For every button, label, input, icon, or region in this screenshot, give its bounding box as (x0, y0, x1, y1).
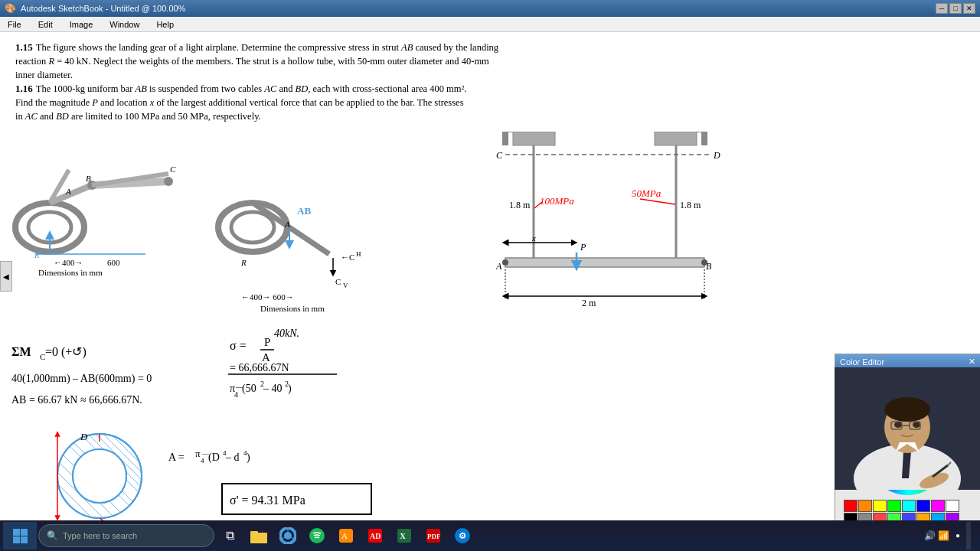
swatch-white[interactable] (946, 500, 959, 512)
swatch-amber[interactable] (916, 513, 930, 520)
menu-window[interactable]: Window (105, 20, 144, 29)
app4-button[interactable]: A (332, 522, 360, 549)
search-placeholder: Type here to search (63, 531, 137, 540)
svg-text:Dimensions in mm: Dimensions in mm (260, 304, 325, 313)
swatch-royal[interactable] (902, 513, 916, 520)
collapse-panel-button[interactable]: ◀ (0, 261, 12, 292)
svg-text:H: H (356, 250, 361, 258)
svg-text:AD: AD (370, 532, 381, 540)
file-explorer-icon (250, 527, 268, 544)
bar-suspension-svg: C D 100MPa 50MPa 1.8 m 1.8 m A B x P (490, 132, 934, 338)
svg-text:V: V (343, 282, 348, 289)
color-editor-close[interactable]: ✕ (969, 357, 975, 367)
svg-text:D: D (713, 150, 720, 161)
file-explorer-button[interactable] (245, 522, 273, 549)
svg-text:100MPa: 100MPa (540, 195, 574, 207)
svg-rect-141 (21, 536, 28, 543)
svg-rect-140 (13, 536, 20, 543)
person-svg (835, 367, 980, 490)
start-button[interactable] (3, 522, 37, 549)
svg-text:): ) (288, 383, 292, 395)
menu-edit[interactable]: Edit (34, 20, 57, 29)
pdf-button[interactable]: PDF (420, 522, 447, 549)
svg-text:P: P (264, 336, 270, 348)
svg-rect-33 (513, 132, 555, 145)
menu-file[interactable]: File (3, 20, 26, 29)
minimize-button[interactable]: ─ (936, 3, 948, 14)
webcam-overlay (835, 367, 980, 490)
swatch-red[interactable] (844, 500, 858, 512)
svg-text:x: x (531, 233, 536, 243)
swatch-black[interactable] (844, 513, 858, 520)
close-button[interactable]: ✕ (963, 3, 975, 14)
titlebar-controls: ─ □ ✕ (936, 3, 975, 14)
swatch-blue[interactable] (916, 500, 930, 512)
problem1-body: The figure shows the landing gear of a l… (15, 42, 498, 80)
swatch-orange[interactable] (858, 500, 872, 512)
svg-text:AB: AB (297, 205, 311, 217)
swatch-magenta[interactable] (931, 500, 945, 512)
swatch-green[interactable] (887, 500, 901, 512)
svg-text:D: D (80, 431, 88, 442)
svg-text:1.8 m: 1.8 m (509, 200, 531, 210)
svg-text:(D: (D (208, 452, 220, 464)
svg-text:σ' = 94.31 MPa: σ' = 94.31 MPa (230, 494, 305, 507)
svg-text:X: X (400, 531, 406, 540)
svg-text:4: 4 (234, 390, 238, 399)
swatch-cyan[interactable] (902, 500, 916, 512)
svg-text:A =: A = (168, 452, 185, 463)
svg-text:600: 600 (107, 258, 120, 267)
windows-logo-icon (11, 527, 28, 544)
show-desktop-button[interactable] (966, 522, 971, 549)
svg-text:A: A (284, 220, 290, 229)
swatch-lime[interactable] (887, 513, 901, 520)
svg-point-130 (913, 422, 920, 428)
menu-help[interactable]: Help (152, 20, 178, 29)
diagram-right: C D 100MPa 50MPa 1.8 m 1.8 m A B x P (490, 132, 949, 331)
menu-image[interactable]: Image (65, 20, 98, 29)
swatch-sky[interactable] (931, 513, 945, 520)
swatch-violet[interactable] (946, 513, 959, 520)
chrome-button[interactable] (274, 522, 302, 549)
svg-text:): ) (247, 452, 250, 464)
maximize-button[interactable]: □ (949, 3, 962, 14)
svg-text:A: A (65, 187, 71, 196)
autodesk-button[interactable]: AD (361, 522, 389, 549)
svg-text:←400→      600→: ←400→ 600→ (241, 292, 294, 302)
swatch-yellow[interactable] (873, 500, 887, 512)
task-view-button[interactable]: ⧉ (216, 522, 243, 549)
svg-text:=0 (+↺): =0 (+↺) (45, 345, 87, 359)
app8-button[interactable]: ⚙ (449, 522, 476, 549)
excel-button[interactable]: X (390, 522, 418, 549)
app8-icon: ⚙ (454, 527, 471, 544)
window-title: Autodesk SketchBook - Untitled @ 100.00% (21, 4, 185, 13)
search-icon: 🔍 (47, 530, 58, 541)
svg-text:R: R (240, 258, 247, 267)
svg-rect-36 (655, 132, 697, 145)
search-box[interactable]: 🔍 Type here to search (38, 524, 214, 547)
problem1-number: 1.15 (15, 41, 33, 53)
svg-text:←C: ←C (341, 253, 354, 262)
taskbar-right: 🔊 📶 ● (924, 522, 977, 549)
color-editor-title: Color Editor (840, 357, 884, 367)
svg-text:ΣM: ΣM (11, 345, 31, 358)
problem-1-text: 1.15 The figure shows the landing gear o… (15, 40, 505, 81)
taskbar-system-tray: 🔊 📶 (924, 530, 949, 541)
svg-text:←400→: ←400→ (54, 258, 83, 267)
svg-text:2 m: 2 m (582, 298, 596, 308)
app-icon: 🎨 (5, 3, 16, 14)
svg-line-93 (50, 499, 73, 520)
svg-text:C: C (496, 150, 503, 161)
swatch-gray[interactable] (858, 513, 872, 520)
swatch-pink[interactable] (873, 513, 887, 520)
svg-point-145 (284, 532, 292, 540)
svg-text:⚙: ⚙ (459, 531, 466, 540)
spotify-button[interactable] (303, 522, 331, 549)
math-svg: ΣM C =0 (+↺) σ = P A 40(1,000mm) – AB(60… (8, 334, 467, 520)
svg-text:40(1,000mm) – AB(600mm) = 0: 40(1,000mm) – AB(600mm) = 0 (11, 373, 152, 385)
svg-text:A: A (341, 531, 348, 540)
svg-text:A: A (495, 261, 502, 272)
svg-rect-143 (250, 531, 258, 535)
app4-icon: A (338, 527, 354, 544)
pdf-icon: PDF (425, 527, 442, 544)
